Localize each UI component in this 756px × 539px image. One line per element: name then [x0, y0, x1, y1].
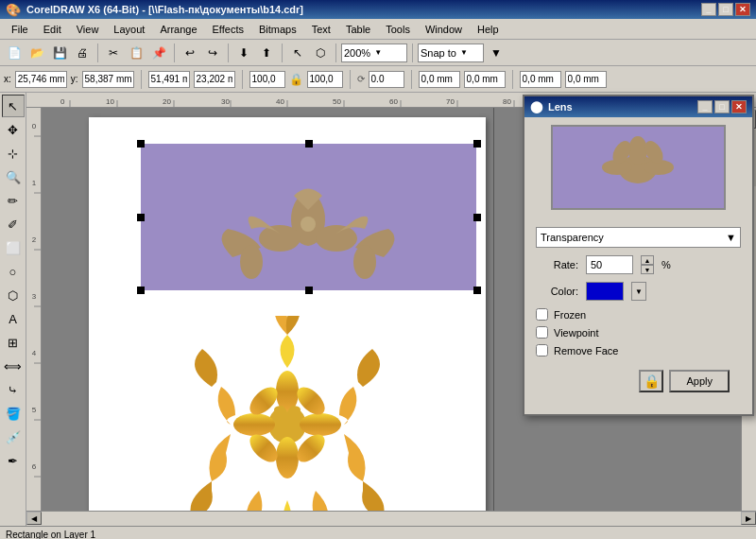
text-tool[interactable]: A [2, 307, 25, 330]
select-tool[interactable]: ↖ [2, 95, 25, 117]
menu-text[interactable]: Text [304, 22, 338, 37]
snap-value: Snap to [421, 47, 456, 59]
smart-draw-tool[interactable]: ✐ [2, 213, 25, 235]
menu-window[interactable]: Window [418, 22, 470, 37]
redo-btn[interactable]: ↪ [202, 43, 223, 63]
lens-maximize-btn[interactable]: □ [714, 100, 730, 113]
polygon-tool[interactable]: ⬡ [2, 284, 25, 306]
connector-tool[interactable]: ⤷ [2, 378, 25, 401]
lens-dropdown-arrow-icon: ▼ [726, 232, 736, 243]
menu-tools[interactable]: Tools [378, 22, 418, 37]
pos-y2-input[interactable] [565, 71, 607, 88]
pos-y-input[interactable] [464, 71, 506, 88]
cursor-btn[interactable]: ↖ [287, 43, 308, 63]
handle-bl[interactable] [137, 287, 145, 294]
maximize-button[interactable]: □ [718, 3, 733, 16]
handle-tl[interactable] [137, 140, 145, 148]
handle-tr[interactable] [473, 140, 481, 148]
snap-dropdown[interactable]: Snap to ▼ [418, 43, 484, 62]
zoom-tool[interactable]: 🔍 [2, 165, 25, 188]
menu-bitmaps[interactable]: Bitmaps [251, 22, 304, 37]
scalex-input[interactable] [249, 71, 285, 88]
menu-help[interactable]: Help [470, 22, 507, 37]
copy-btn[interactable]: 📋 [126, 43, 146, 63]
frozen-checkbox[interactable] [536, 308, 548, 321]
menu-edit[interactable]: Edit [36, 22, 69, 37]
transform-btn[interactable]: ⬡ [310, 43, 331, 63]
x-input[interactable] [15, 71, 67, 88]
scrollbar-bottom[interactable]: ◀ ▶ [26, 511, 756, 526]
fill-tool[interactable]: 🪣 [2, 402, 25, 425]
lens-dialog-icon: ⬤ [530, 100, 542, 113]
color-swatch[interactable] [586, 282, 624, 301]
handle-mr[interactable] [473, 214, 481, 221]
new-btn[interactable]: 📄 [4, 43, 25, 63]
color-dropdown-btn[interactable]: ▼ [631, 282, 646, 301]
scaley-input[interactable] [307, 71, 343, 88]
save-btn[interactable]: 💾 [49, 43, 70, 63]
minimize-button[interactable]: _ [701, 3, 716, 16]
y-input[interactable] [82, 71, 134, 88]
lens-type-row: Transparency ▼ [536, 227, 741, 248]
paste-btn[interactable]: 📌 [148, 43, 169, 63]
import-btn[interactable]: ⬇ [233, 43, 254, 63]
rate-input[interactable] [586, 255, 633, 274]
menu-effects[interactable]: Effects [205, 22, 251, 37]
cut-btn[interactable]: ✂ [103, 43, 124, 63]
snap-options-btn[interactable]: ▼ [486, 43, 507, 63]
width-input[interactable] [148, 71, 190, 88]
menu-arrange[interactable]: Arrange [152, 22, 204, 37]
pos-x-input[interactable] [419, 71, 460, 88]
svg-text:0: 0 [32, 122, 37, 130]
undo-btn[interactable]: ↩ [180, 43, 200, 63]
handle-bc[interactable] [305, 287, 313, 294]
menu-table[interactable]: Table [338, 22, 378, 37]
height-input[interactable] [194, 71, 235, 88]
title-bar: 🎨 CorelDRAW X6 (64-Bit) - [\\Flash-пк\до… [0, 0, 756, 19]
rate-spinner: ▲ ▼ [641, 255, 654, 274]
menu-file[interactable]: File [4, 22, 36, 37]
svg-rect-22 [26, 108, 42, 511]
menu-layout[interactable]: Layout [106, 22, 152, 37]
lens-apply-button[interactable]: Apply [669, 370, 730, 392]
color-row: Color: ▼ [536, 282, 741, 301]
handle-tc[interactable] [305, 140, 313, 148]
svg-point-45 [276, 437, 299, 478]
zoom-dropdown[interactable]: 200% ▼ [341, 43, 407, 62]
rotation-input[interactable] [369, 71, 404, 88]
lock-icon: 🔒 [289, 73, 303, 86]
export-btn[interactable]: ⬆ [256, 43, 277, 63]
rate-up-btn[interactable]: ▲ [641, 255, 654, 265]
print-btn[interactable]: 🖨 [72, 43, 93, 63]
sep-prop-4 [411, 70, 412, 89]
node-tool[interactable]: ✥ [2, 118, 25, 141]
table-tool[interactable]: ⊞ [2, 331, 25, 354]
viewpoint-checkbox[interactable] [536, 326, 548, 339]
crop-tool[interactable]: ⊹ [2, 142, 25, 165]
lens-type-dropdown[interactable]: Transparency ▼ [536, 227, 741, 248]
handle-br[interactable] [473, 287, 481, 294]
rate-down-btn[interactable]: ▼ [641, 265, 654, 274]
scroll-right-btn[interactable]: ▶ [741, 512, 756, 525]
lens-close-btn[interactable]: ✕ [731, 100, 747, 113]
lens-minimize-btn[interactable]: _ [697, 100, 713, 113]
outline-tool[interactable]: ✒ [2, 449, 25, 472]
main-toolbar: 📄 📂 💾 🖨 ✂ 📋 📌 ↩ ↪ ⬇ ⬆ ↖ ⬡ 200% ▼ Snap to… [0, 40, 756, 66]
separator-1 [97, 43, 98, 62]
scroll-left-btn[interactable]: ◀ [26, 512, 42, 525]
handle-ml[interactable] [137, 214, 145, 221]
rect-tool[interactable]: ⬜ [2, 236, 25, 259]
svg-text:50: 50 [333, 97, 341, 106]
lens-lock-button[interactable]: 🔒 [639, 370, 663, 392]
open-btn[interactable]: 📂 [26, 43, 47, 63]
close-button[interactable]: ✕ [735, 3, 750, 16]
selected-rectangle[interactable] [141, 144, 476, 290]
x-label: x: [4, 74, 11, 84]
eyedropper-tool[interactable]: 💉 [2, 426, 25, 448]
parallel-dim-tool[interactable]: ⟺ [2, 355, 25, 377]
menu-view[interactable]: View [69, 22, 107, 37]
freehand-tool[interactable]: ✏ [2, 189, 25, 212]
pos-x2-input[interactable] [520, 71, 561, 88]
remove-face-checkbox[interactable] [536, 344, 548, 356]
ellipse-tool[interactable]: ○ [2, 260, 25, 283]
